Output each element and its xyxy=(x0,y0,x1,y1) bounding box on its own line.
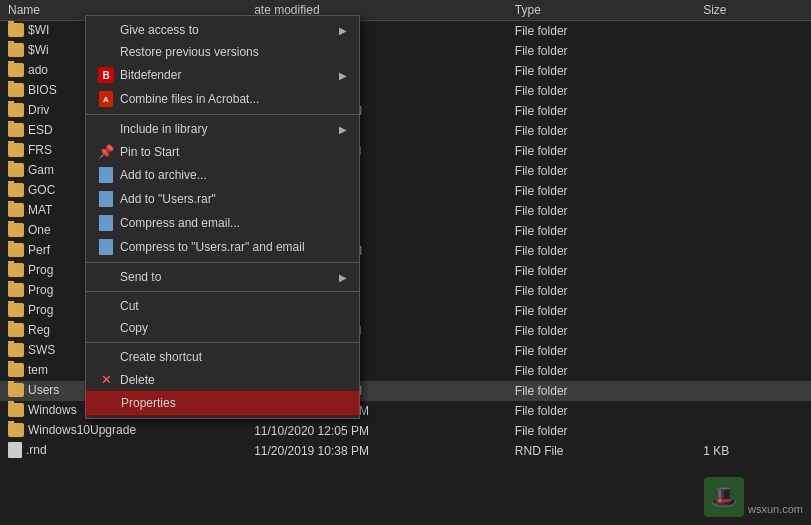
table-row[interactable]: Windows10Upgrade 11/10/2020 12:05 PM Fil… xyxy=(0,421,811,441)
archive-icon xyxy=(96,239,116,255)
file-size xyxy=(695,221,811,241)
menu-item-bitdefender[interactable]: BBitdefender▶ xyxy=(86,63,359,87)
folder-icon xyxy=(8,103,24,117)
menu-item-compress-email[interactable]: Compress and email... xyxy=(86,211,359,235)
submenu-arrow: ▶ xyxy=(339,124,347,135)
menu-item-label: Include in library xyxy=(120,122,207,136)
folder-icon xyxy=(8,383,24,397)
delete-icon: ✕ xyxy=(96,372,116,387)
file-type: File folder xyxy=(507,261,695,281)
acrobat-icon: A xyxy=(96,91,116,107)
file-type: File folder xyxy=(507,341,695,361)
menu-item-combine-acrobat[interactable]: ACombine files in Acrobat... xyxy=(86,87,359,111)
file-size xyxy=(695,201,811,221)
file-type: File folder xyxy=(507,281,695,301)
folder-icon xyxy=(8,143,24,157)
file-size xyxy=(695,381,811,401)
file-size xyxy=(695,181,811,201)
menu-item-pin-start[interactable]: 📌Pin to Start xyxy=(86,140,359,163)
file-icon xyxy=(8,442,22,458)
folder-icon xyxy=(8,63,24,77)
menu-separator xyxy=(86,342,359,343)
file-size xyxy=(695,41,811,61)
file-type: File folder xyxy=(507,101,695,121)
menu-item-add-users-rar[interactable]: Add to "Users.rar" xyxy=(86,187,359,211)
file-type: File folder xyxy=(507,121,695,141)
file-size xyxy=(695,421,811,441)
menu-separator xyxy=(86,262,359,263)
file-size xyxy=(695,101,811,121)
col-header-size[interactable]: Size xyxy=(695,0,811,21)
file-name: .rnd xyxy=(0,441,246,461)
menu-item-compress-rar-email[interactable]: Compress to "Users.rar" and email xyxy=(86,235,359,259)
folder-icon xyxy=(8,423,24,437)
file-size xyxy=(695,61,811,81)
file-type: File folder xyxy=(507,161,695,181)
file-size xyxy=(695,321,811,341)
menu-item-cut[interactable]: Cut xyxy=(86,295,359,317)
file-type: File folder xyxy=(507,241,695,261)
menu-item-include-library[interactable]: Include in library▶ xyxy=(86,118,359,140)
file-size xyxy=(695,361,811,381)
menu-item-add-archive[interactable]: Add to archive... xyxy=(86,163,359,187)
menu-item-create-shortcut[interactable]: Create shortcut xyxy=(86,346,359,368)
folder-icon xyxy=(8,203,24,217)
file-size xyxy=(695,21,811,41)
folder-icon xyxy=(8,123,24,137)
table-row[interactable]: .rnd 11/20/2019 10:38 PM RND File 1 KB xyxy=(0,441,811,461)
menu-item-properties[interactable]: Properties xyxy=(86,391,359,415)
file-date: 11/10/2020 12:05 PM xyxy=(246,421,507,441)
submenu-arrow: ▶ xyxy=(339,70,347,81)
folder-icon xyxy=(8,163,24,177)
menu-item-delete[interactable]: ✕Delete xyxy=(86,368,359,391)
folder-icon xyxy=(8,183,24,197)
menu-item-copy[interactable]: Copy xyxy=(86,317,359,339)
menu-item-restore-versions[interactable]: Restore previous versions xyxy=(86,41,359,63)
submenu-arrow: ▶ xyxy=(339,272,347,283)
menu-item-label: Cut xyxy=(120,299,139,313)
file-size xyxy=(695,281,811,301)
file-type: File folder xyxy=(507,301,695,321)
file-size xyxy=(695,301,811,321)
bitdefender-icon: B xyxy=(96,67,116,83)
col-header-type[interactable]: Type xyxy=(507,0,695,21)
folder-icon xyxy=(8,243,24,257)
file-type: File folder xyxy=(507,41,695,61)
context-menu: Give access to▶Restore previous versions… xyxy=(85,15,360,419)
archive-icon xyxy=(96,191,116,207)
file-type: File folder xyxy=(507,21,695,41)
folder-icon xyxy=(8,283,24,297)
menu-item-label: Add to archive... xyxy=(120,168,207,182)
file-type: File folder xyxy=(507,221,695,241)
menu-item-label: Compress and email... xyxy=(120,216,240,230)
menu-item-label: Compress to "Users.rar" and email xyxy=(120,240,305,254)
folder-icon xyxy=(8,363,24,377)
file-type: File folder xyxy=(507,381,695,401)
submenu-arrow: ▶ xyxy=(339,25,347,36)
folder-icon xyxy=(8,263,24,277)
file-size xyxy=(695,121,811,141)
file-size xyxy=(695,241,811,261)
file-type: File folder xyxy=(507,361,695,381)
menu-item-label: Delete xyxy=(120,373,155,387)
file-size xyxy=(695,401,811,421)
watermark: 🎩 wsxun.com xyxy=(704,477,803,517)
file-type: File folder xyxy=(507,181,695,201)
menu-item-give-access[interactable]: Give access to▶ xyxy=(86,19,359,41)
menu-item-label: Properties xyxy=(121,396,176,410)
folder-icon xyxy=(8,343,24,357)
file-type: File folder xyxy=(507,141,695,161)
file-type: File folder xyxy=(507,81,695,101)
menu-item-send-to[interactable]: Send to▶ xyxy=(86,266,359,288)
archive-icon xyxy=(96,167,116,183)
file-date: 11/20/2019 10:38 PM xyxy=(246,441,507,461)
file-type: File folder xyxy=(507,401,695,421)
menu-item-label: Pin to Start xyxy=(120,145,179,159)
menu-item-label: Restore previous versions xyxy=(120,45,259,59)
file-size xyxy=(695,81,811,101)
file-size: 1 KB xyxy=(695,441,811,461)
menu-item-label: Add to "Users.rar" xyxy=(120,192,216,206)
file-size xyxy=(695,261,811,281)
menu-item-label: Copy xyxy=(120,321,148,335)
folder-icon xyxy=(8,43,24,57)
